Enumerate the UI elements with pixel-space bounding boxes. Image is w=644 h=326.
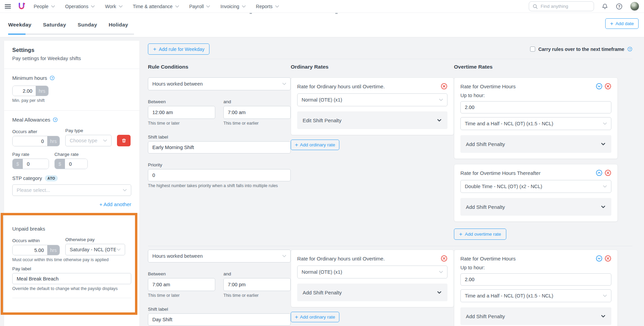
- up-to-hour-input[interactable]: [460, 273, 611, 286]
- remove-rate-icon[interactable]: [605, 83, 611, 90]
- help-icon[interactable]: [53, 117, 58, 122]
- hamburger-menu-icon[interactable]: [5, 4, 11, 8]
- tab-saturday[interactable]: Saturday: [37, 20, 72, 34]
- collapse-chevron-down-icon[interactable]: [596, 83, 603, 90]
- up-to-hour-input[interactable]: [460, 101, 611, 113]
- column-headers: Rule Conditions Ordinary Rates Overtime …: [148, 59, 632, 74]
- user-avatar[interactable]: [630, 2, 639, 11]
- add-date-button[interactable]: +Add date: [605, 18, 639, 29]
- pay-rate-input[interactable]: [23, 159, 49, 169]
- rule-conditions-column: Hours worked between Between This time o…: [148, 77, 291, 240]
- app-logo[interactable]: [18, 2, 26, 11]
- stp-category-label: STP category: [12, 176, 42, 181]
- help-icon[interactable]: [50, 75, 55, 80]
- start-time-input[interactable]: [148, 106, 215, 119]
- and-label: and: [223, 99, 291, 104]
- help-icon[interactable]: [627, 47, 632, 52]
- menu-invoicing[interactable]: Invoicing: [220, 4, 246, 9]
- condition-type-select[interactable]: Hours worked between: [148, 250, 291, 262]
- minimum-hours-input[interactable]: [13, 86, 36, 96]
- ordinary-rate-select[interactable]: Normal (OTE) (x1): [297, 266, 447, 278]
- shift-penalty-accordion[interactable]: Add Shift Penalty: [297, 284, 447, 301]
- occurs-within-input[interactable]: [13, 245, 47, 255]
- shift-label-input[interactable]: [148, 141, 291, 153]
- unpaid-breaks-section: Unpaid breaks Occurs within hrs Otherwis…: [4, 215, 139, 314]
- pay-label-input[interactable]: [12, 273, 131, 284]
- pay-label-label: Pay label: [12, 266, 131, 271]
- overtime-rate-title: Rate for Overtime Hours: [460, 256, 516, 261]
- add-another-link[interactable]: + Add another: [12, 201, 131, 207]
- menu-payroll[interactable]: Payroll: [189, 4, 211, 9]
- otherwise-pay-select[interactable]: Saturday - NCL (OTE) (x1...: [65, 244, 125, 255]
- pay-label-helper: Override the default to change what the …: [12, 286, 131, 291]
- add-rule-button[interactable]: +Add rule for Weekday: [148, 43, 209, 55]
- chevron-down-icon: [600, 313, 606, 319]
- plus-icon: +: [295, 142, 298, 148]
- end-time-input[interactable]: [223, 106, 291, 119]
- plus-icon: +: [459, 231, 462, 237]
- add-overtime-rate-button[interactable]: +Add overtime rate: [454, 229, 506, 240]
- shift-penalty-accordion[interactable]: Edit Shift Penalty: [297, 111, 447, 129]
- otherwise-pay-label: Otherwise pay: [65, 237, 125, 242]
- remove-rate-icon[interactable]: [441, 255, 447, 262]
- remove-rate-icon[interactable]: [605, 169, 611, 176]
- priority-input[interactable]: [148, 169, 291, 181]
- add-ordinary-rate-button[interactable]: +Add ordinary rate: [291, 140, 339, 150]
- tab-sunday[interactable]: Sunday: [72, 20, 103, 34]
- minimum-hours-input-group: hrs: [12, 86, 49, 96]
- overtime-rate-select[interactable]: Time and a Half - NCL (OT) (x1.5 - NCL): [460, 289, 611, 302]
- settings-title: Settings: [12, 47, 131, 53]
- shift-penalty-accordion[interactable]: Add Shift Penalty: [460, 135, 611, 153]
- thereafter-rate-select[interactable]: Double Time - NCL (OT) (x2 - NCL): [460, 180, 611, 193]
- chevron-down-icon: [90, 4, 96, 9]
- tab-weekday[interactable]: Weekday: [8, 20, 37, 34]
- and-label: and: [223, 271, 291, 276]
- overtime-rate-select[interactable]: Time and a Half - NCL (OT) (x1.5 - NCL): [460, 117, 611, 130]
- priority-label: Priority: [148, 162, 291, 167]
- remove-rate-icon[interactable]: [605, 255, 611, 262]
- charge-rate-input[interactable]: [65, 159, 87, 169]
- scrolled-content-fragment: [250, 13, 252, 14]
- search-input[interactable]: [541, 4, 588, 9]
- menu-reports[interactable]: Reports: [256, 4, 280, 9]
- overtime-rate-card: Rate for Overtime Hours Up to hour: Time…: [454, 77, 618, 159]
- tab-holiday[interactable]: Holiday: [103, 20, 134, 34]
- add-ordinary-rate-button[interactable]: +Add ordinary rate: [291, 312, 339, 322]
- help-icon[interactable]: [616, 3, 623, 10]
- hours-unit-suffix: hrs: [47, 245, 60, 255]
- end-time-helper: This time or earlier: [223, 293, 291, 298]
- menu-work[interactable]: Work: [105, 4, 123, 9]
- plus-icon: +: [295, 314, 298, 320]
- end-time-input[interactable]: [223, 278, 291, 291]
- chevron-down-icon: [437, 117, 442, 123]
- carry-rules-checkbox[interactable]: [530, 47, 535, 52]
- remove-rate-icon[interactable]: [441, 83, 447, 90]
- chevron-down-icon: [102, 138, 108, 143]
- chevron-down-icon: [282, 253, 287, 259]
- shift-penalty-accordion[interactable]: Add Shift Penalty: [460, 307, 611, 325]
- condition-type-select[interactable]: Hours worked between: [148, 77, 291, 90]
- overtime-thereafter-card: Rate for Overtime Hours Thereafter Doubl…: [454, 164, 618, 222]
- minimum-hours-helper: Min. pay per shift: [12, 98, 131, 103]
- collapse-chevron-up-icon[interactable]: [596, 169, 603, 176]
- ato-badge: ATO: [45, 175, 58, 181]
- menu-people[interactable]: People: [34, 4, 56, 9]
- shift-penalty-accordion[interactable]: Add Shift Penalty: [460, 198, 611, 216]
- ordinary-rate-card: Rate for Ordinary hours until Overtime. …: [291, 77, 454, 135]
- chevron-down-icon: [602, 184, 608, 189]
- occurs-after-input[interactable]: [13, 136, 47, 146]
- stp-category-select[interactable]: Please select...: [12, 184, 131, 196]
- overtime-thereafter-title: Rate for Overtime Hours Thereafter: [460, 170, 541, 176]
- shift-label-input[interactable]: [148, 313, 291, 326]
- menu-time-attendance[interactable]: Time & attendance: [133, 4, 180, 9]
- global-search[interactable]: [529, 1, 594, 11]
- collapse-chevron-down-icon[interactable]: [596, 255, 603, 262]
- ordinary-rate-card: Rate for Ordinary hours until Overtime. …: [291, 250, 454, 307]
- notifications-bell-icon[interactable]: [601, 3, 608, 10]
- start-time-input[interactable]: [148, 278, 215, 291]
- menu-operations[interactable]: Operations: [65, 4, 96, 9]
- settings-subtitle: Pay settings for Weekday shifts: [12, 56, 131, 61]
- delete-meal-allowance-button[interactable]: [117, 135, 131, 146]
- pay-type-select[interactable]: Choose type: [65, 135, 112, 146]
- ordinary-rate-select[interactable]: Normal (OTE) (x1): [297, 93, 447, 106]
